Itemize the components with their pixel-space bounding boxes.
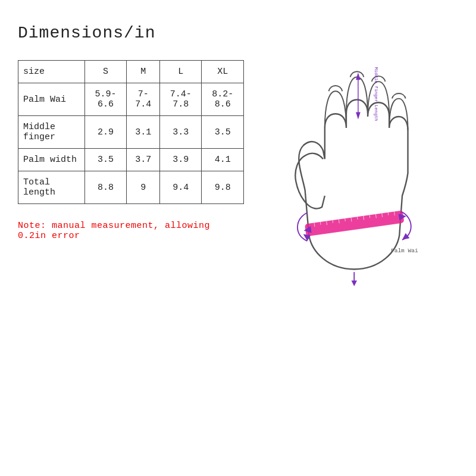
table-header-cell: size	[18, 61, 85, 83]
svg-marker-1	[356, 73, 361, 80]
page-title: Dimensions/in	[18, 24, 458, 42]
table-cell: 8.2-8.6	[202, 83, 244, 116]
table-cell: 9.8	[202, 171, 244, 204]
content-area: sizeSMLXLPalm Wai5.9-6.67-7.47.4-7.88.2-…	[18, 60, 458, 286]
svg-line-9	[333, 220, 333, 223]
table-cell: 3.7	[127, 149, 160, 171]
table-cell: 3.5	[84, 149, 127, 171]
svg-line-13	[357, 217, 358, 220]
note-text: Note: manual measurement, allowing 0.2in…	[18, 221, 244, 241]
table-header-cell: L	[159, 61, 202, 83]
table-cell: 9.4	[159, 171, 202, 204]
table-section: sizeSMLXLPalm Wai5.9-6.67-7.47.4-7.88.2-…	[18, 60, 244, 286]
table-cell: 9	[127, 171, 160, 204]
table-cell: Palm Wai	[18, 83, 85, 116]
svg-line-11	[345, 218, 346, 221]
svg-marker-2	[356, 112, 361, 119]
svg-line-18	[388, 212, 389, 215]
table-cell: Middle finger	[18, 116, 85, 149]
table-cell: 3.3	[159, 116, 202, 149]
table-cell: 5.9-6.6	[84, 83, 127, 116]
table-row: Palm width3.53.73.94.1	[18, 149, 244, 171]
size-table: sizeSMLXLPalm Wai5.9-6.67-7.47.4-7.88.2-…	[18, 60, 244, 204]
table-cell: Palm width	[18, 149, 85, 171]
table-cell: Total length	[18, 171, 85, 204]
table-header-cell: M	[127, 61, 160, 83]
table-cell: 3.1	[127, 116, 160, 149]
svg-rect-5	[305, 211, 405, 237]
table-cell: 3.5	[202, 116, 244, 149]
table-row: Middle finger2.93.13.33.5	[18, 116, 244, 149]
table-cell: 2.9	[84, 116, 127, 149]
diagram-section: Middle finger Length	[256, 60, 458, 286]
svg-line-7	[320, 222, 321, 225]
table-cell: 4.1	[202, 149, 244, 171]
table-cell: 7.4-7.8	[159, 83, 202, 116]
table-row: Palm Wai5.9-6.67-7.47.4-7.88.2-8.6	[18, 83, 244, 116]
table-header-cell: XL	[202, 61, 244, 83]
main-container: Dimensions/in sizeSMLXLPalm Wai5.9-6.67-…	[0, 0, 476, 476]
svg-marker-26	[352, 281, 358, 287]
table-cell: 3.9	[159, 149, 202, 171]
svg-text:Palm Wai: Palm Wai	[391, 248, 418, 254]
svg-text:Middle finger Length: Middle finger Length	[374, 67, 378, 121]
glove-diagram: Middle finger Length	[262, 60, 452, 286]
table-cell: 8.8	[84, 171, 127, 204]
table-cell: 7-7.4	[127, 83, 160, 116]
table-header-cell: S	[84, 61, 127, 83]
svg-line-15	[369, 215, 370, 218]
table-row: Total length8.899.49.8	[18, 171, 244, 204]
